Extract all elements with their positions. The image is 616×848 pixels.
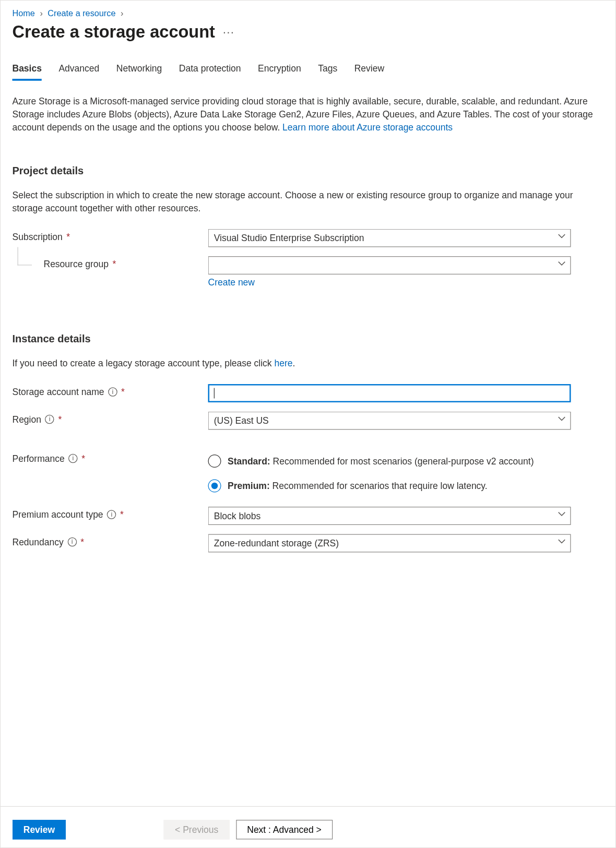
premium-account-type-value: Block blobs — [214, 511, 260, 521]
page-title: Create a storage account — [13, 22, 215, 42]
performance-standard-radio[interactable] — [208, 455, 221, 468]
text-caret-icon — [214, 388, 215, 399]
tab-encryption[interactable]: Encryption — [258, 61, 301, 81]
tab-review[interactable]: Review — [354, 61, 384, 81]
premium-account-type-select[interactable]: Block blobs — [208, 507, 571, 525]
premium-account-type-label: Premium account type — [13, 509, 103, 520]
required-icon: * — [81, 453, 85, 464]
breadcrumb-create-resource[interactable]: Create a resource — [48, 8, 115, 18]
review-button[interactable]: Review — [13, 820, 66, 840]
legacy-here-link[interactable]: here — [274, 358, 292, 368]
required-icon: * — [120, 509, 124, 520]
info-icon[interactable]: i — [107, 510, 116, 519]
redundancy-value: Zone-redundant storage (ZRS) — [214, 538, 339, 548]
tabs: Basics Advanced Networking Data protecti… — [13, 61, 605, 81]
redundancy-select[interactable]: Zone-redundant storage (ZRS) — [208, 534, 571, 553]
info-icon[interactable]: i — [108, 387, 117, 397]
info-icon[interactable]: i — [67, 538, 77, 547]
subscription-select[interactable]: Visual Studio Enterprise Subscription — [208, 229, 571, 247]
chevron-right-icon: › — [121, 8, 123, 18]
instance-details-heading: Instance details — [13, 333, 605, 345]
more-actions-icon[interactable]: ··· — [223, 26, 235, 39]
project-details-heading: Project details — [13, 165, 605, 177]
required-icon: * — [66, 232, 70, 242]
create-new-link[interactable]: Create new — [208, 277, 255, 288]
storage-account-name-label: Storage account name — [13, 387, 104, 397]
previous-button[interactable]: < Previous — [164, 820, 230, 840]
next-button[interactable]: Next : Advanced > — [236, 820, 333, 840]
chevron-right-icon: › — [40, 8, 42, 18]
tab-networking[interactable]: Networking — [116, 61, 162, 81]
instance-details-desc: If you need to create a legacy storage a… — [13, 357, 600, 370]
footer: Review < Previous Next : Advanced > — [13, 820, 605, 840]
tab-tags[interactable]: Tags — [318, 61, 337, 81]
tab-basics[interactable]: Basics — [13, 61, 42, 81]
tree-line-icon — [18, 247, 32, 266]
intro-text: Azure Storage is a Microsoft-managed ser… — [13, 94, 600, 134]
performance-standard-label: Standard: Recommended for most scenarios… — [228, 456, 534, 467]
breadcrumb-home[interactable]: Home — [13, 8, 35, 18]
subscription-label: Subscription — [13, 232, 63, 242]
storage-account-name-input[interactable] — [208, 384, 571, 402]
info-icon[interactable]: i — [45, 415, 54, 424]
resource-group-label: Resource group — [44, 259, 109, 269]
region-select[interactable]: (US) East US — [208, 412, 571, 430]
resource-group-select[interactable] — [208, 256, 571, 274]
tab-data-protection[interactable]: Data protection — [179, 61, 241, 81]
required-icon: * — [113, 259, 116, 269]
footer-divider — [1, 806, 616, 807]
redundancy-label: Redundancy — [13, 537, 64, 547]
info-icon[interactable]: i — [68, 454, 78, 463]
required-icon: * — [121, 387, 125, 397]
region-label: Region — [13, 414, 41, 425]
project-details-desc: Select the subscription in which to crea… — [13, 188, 600, 214]
learn-more-link[interactable]: Learn more about Azure storage accounts — [282, 122, 453, 133]
breadcrumb: Home › Create a resource › — [13, 8, 605, 18]
required-icon: * — [58, 414, 62, 425]
required-icon: * — [80, 537, 84, 547]
performance-premium-radio[interactable] — [208, 480, 221, 493]
tab-advanced[interactable]: Advanced — [58, 61, 99, 81]
performance-premium-label: Premium: Recommended for scenarios that … — [228, 481, 488, 491]
region-value: (US) East US — [214, 415, 269, 426]
performance-label: Performance — [13, 453, 65, 464]
subscription-value: Visual Studio Enterprise Subscription — [214, 233, 364, 243]
